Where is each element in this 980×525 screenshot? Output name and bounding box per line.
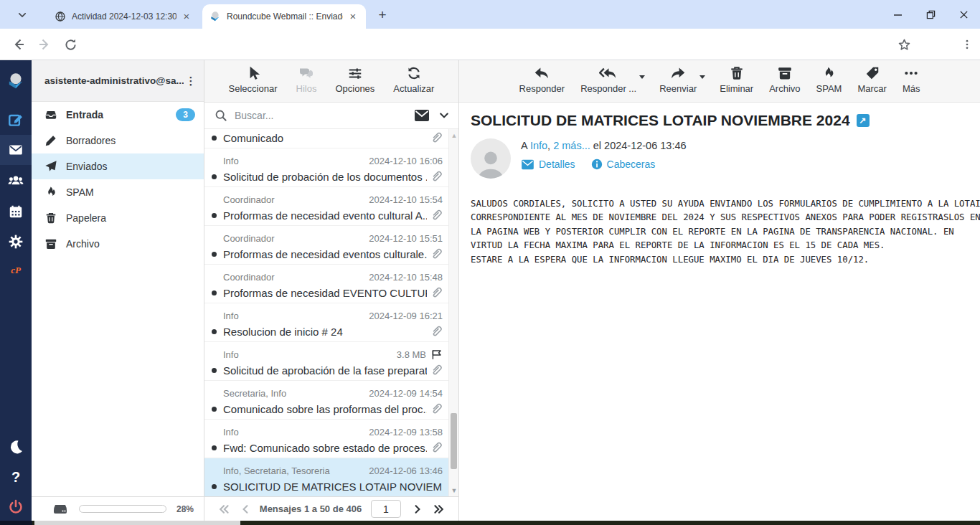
unread-dot	[212, 174, 217, 179]
folder-papelera[interactable]: Papelera	[32, 205, 204, 231]
delete-button[interactable]: Eliminar	[720, 65, 753, 102]
folder-borradores[interactable]: Borradores	[32, 128, 204, 153]
details-toggle[interactable]: Detalles	[521, 159, 575, 170]
spam-button[interactable]: SPAM	[816, 65, 842, 102]
list-toolbar: Seleccionar Hilos Opciones Actualizar	[204, 60, 458, 103]
paperclip-icon	[430, 325, 443, 338]
contacts-nav-icon[interactable]	[0, 166, 32, 197]
unread-dot	[212, 329, 217, 334]
scroll-up-icon[interactable]: ▲	[451, 132, 458, 139]
reload-button[interactable]	[60, 34, 80, 55]
tab-search-chevron-icon[interactable]	[13, 7, 32, 23]
threads-button[interactable]: Hilos	[296, 65, 317, 102]
pencil-icon	[44, 134, 57, 147]
mail-nav-icon[interactable]	[0, 135, 32, 165]
forward-dropdown-caret[interactable]	[699, 75, 705, 79]
folder-entrada[interactable]: Entrada 3	[32, 102, 204, 128]
folder-sidebar: asistente-administrativo@sa... ⋮ Entrada…	[32, 60, 204, 521]
sender-avatar	[471, 138, 511, 179]
list-item[interactable]: Coordinador2024-12-10 15:51 Proformas de…	[204, 226, 448, 265]
list-item[interactable]: Info 3.8 MB Solicitud de aprobación de l…	[204, 342, 448, 381]
search-input[interactable]	[235, 110, 414, 121]
tab-title: Actividad 2024-12-03 12:30:00	[72, 11, 176, 22]
cpanel-icon[interactable]: cP	[0, 255, 32, 285]
compose-button[interactable]	[0, 105, 32, 135]
account-header[interactable]: asistente-administrativo@sa... ⋮	[32, 60, 204, 102]
browser-menu-icon[interactable]	[957, 34, 977, 55]
list-item[interactable]: Secretaria, Info2024-12-09 14:54 Comunic…	[204, 381, 448, 420]
flag-icon[interactable]	[430, 349, 443, 361]
headers-toggle[interactable]: Cabeceras	[591, 159, 656, 170]
folder-list: Entrada 3 Borradores Enviados	[32, 102, 204, 257]
paperclip-icon	[430, 364, 443, 377]
list-item[interactable]: Comunicado	[204, 129, 448, 148]
page-number-input[interactable]	[371, 500, 401, 518]
calendar-nav-icon[interactable]	[0, 197, 32, 227]
list-item[interactable]: Info2024-12-09 13:58 Fwd: Comunicado sob…	[204, 420, 448, 458]
folder-archivo[interactable]: Archivo	[32, 231, 204, 257]
recipients-line: A Info, 2 más... el 2024-12-06 13:46	[521, 140, 687, 151]
logout-power-icon[interactable]	[0, 492, 32, 522]
paperclip-icon	[430, 209, 443, 222]
search-icon[interactable]	[215, 109, 227, 122]
list-item[interactable]: Coordinador2024-12-10 15:54 Proformas de…	[204, 187, 448, 226]
scroll-down-icon[interactable]: ▼	[451, 487, 458, 494]
more-button[interactable]: Más	[903, 65, 920, 102]
tab-bar: Actividad 2024-12-03 12:30:00 × Roundcub…	[0, 0, 980, 29]
refresh-button[interactable]: Actualizar	[393, 65, 434, 102]
select-button[interactable]: Seleccionar	[229, 65, 278, 102]
next-page-icon[interactable]	[407, 503, 428, 515]
scrollbar-thumb[interactable]	[451, 413, 457, 469]
search-scope-mail-icon[interactable]	[414, 109, 430, 122]
browser-window: Actividad 2024-12-03 12:30:00 × Roundcub…	[0, 0, 980, 525]
dark-mode-moon-icon[interactable]	[0, 432, 32, 462]
new-tab-button[interactable]: +	[373, 6, 392, 24]
paperclip-icon	[430, 441, 443, 454]
tab-actividad[interactable]: Actividad 2024-12-03 12:30:00 ×	[47, 4, 199, 29]
more-recipients-link[interactable]: 2 más...	[553, 140, 590, 151]
archive-button[interactable]: Archivo	[769, 65, 800, 102]
back-button[interactable]	[9, 34, 29, 55]
last-page-icon[interactable]	[428, 503, 450, 515]
folder-spam[interactable]: SPAM	[32, 179, 204, 205]
list-item[interactable]: Info2024-12-09 16:21 Resolucion de inici…	[204, 303, 448, 342]
tab-roundcube[interactable]: Roundcube Webmail :: Enviados ×	[202, 4, 366, 29]
window-restore-button[interactable]	[914, 0, 947, 29]
list-item[interactable]: Info2024-12-10 16:06 Solicitud de probac…	[204, 148, 448, 187]
first-page-icon[interactable]	[213, 503, 235, 515]
reply-all-button[interactable]: Responder ...	[580, 65, 636, 102]
server-disk-icon	[52, 502, 69, 516]
recipient-link[interactable]: Info	[530, 140, 547, 151]
close-tab-icon[interactable]: ×	[347, 11, 359, 22]
forward-button[interactable]: Reenviar	[659, 65, 697, 102]
unread-dot	[212, 136, 217, 141]
options-button[interactable]: Opciones	[335, 65, 374, 102]
mark-button[interactable]: Marcar	[857, 65, 886, 102]
trash-icon	[44, 212, 57, 224]
tab-title: Roundcube Webmail :: Enviados	[227, 11, 343, 22]
bookmark-star-icon[interactable]	[894, 34, 914, 55]
window-minimize-button[interactable]	[881, 0, 914, 29]
reply-all-dropdown-caret[interactable]	[639, 75, 645, 79]
reply-button[interactable]: Responder	[519, 65, 565, 102]
settings-gear-icon[interactable]	[0, 227, 32, 257]
prev-page-icon[interactable]	[235, 503, 256, 515]
taskbar-sliver	[0, 521, 980, 525]
message-list: Comunicado Info2024-12-10 16:06 Solicitu…	[204, 129, 448, 497]
message-view: SOLICITUD DE MATRICES LOTAIP NOVIEMBRE 2…	[471, 112, 973, 267]
unread-dot	[212, 445, 217, 450]
list-scrollbar[interactable]: ▲ ▼	[448, 129, 458, 497]
search-options-chevron-icon[interactable]	[438, 110, 450, 121]
window-close-button[interactable]	[947, 0, 980, 29]
forward-button[interactable]	[34, 34, 55, 55]
open-in-new-window-icon[interactable]: ↗	[857, 114, 870, 127]
message-body: SALUDOS CORDIALES, SOLICITO A USTED SU A…	[471, 197, 973, 267]
account-menu-icon[interactable]: ⋮	[184, 75, 198, 88]
unread-dot	[212, 290, 217, 295]
list-item-selected[interactable]: Info, Secretaria, Tesoreria2024-12-06 13…	[204, 458, 448, 497]
roundcube-logo[interactable]	[0, 66, 32, 96]
close-tab-icon[interactable]: ×	[181, 11, 192, 22]
list-item[interactable]: Coordinador2024-12-10 15:48 Proformas de…	[204, 265, 448, 303]
help-icon[interactable]: ?	[0, 462, 32, 492]
folder-enviados[interactable]: Enviados	[32, 153, 204, 179]
